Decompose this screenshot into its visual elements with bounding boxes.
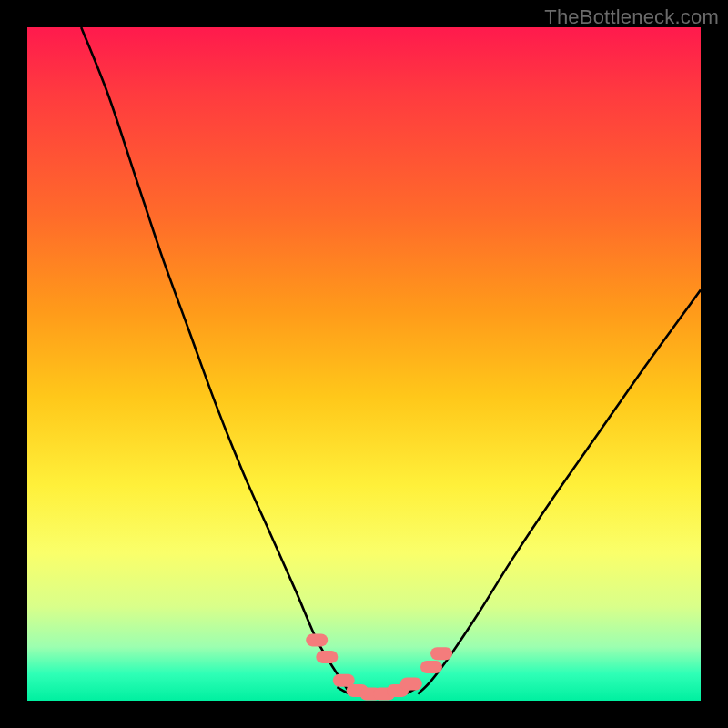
marker-right-marker-1 [420,661,442,673]
chart-plot-area [27,27,701,701]
marker-group [306,633,452,700]
marker-left-marker-2 [316,651,338,663]
marker-left-marker-1 [306,633,328,646]
marker-right-marker-2 [430,647,452,660]
marker-valley-marker-6 [400,678,422,691]
left-curve [81,27,350,694]
chart-svg [27,27,701,701]
right-curve [418,290,701,694]
chart-frame: TheBottleneck.com [0,0,728,728]
curve-group [81,27,701,696]
attribution-text: TheBottleneck.com [544,5,719,29]
